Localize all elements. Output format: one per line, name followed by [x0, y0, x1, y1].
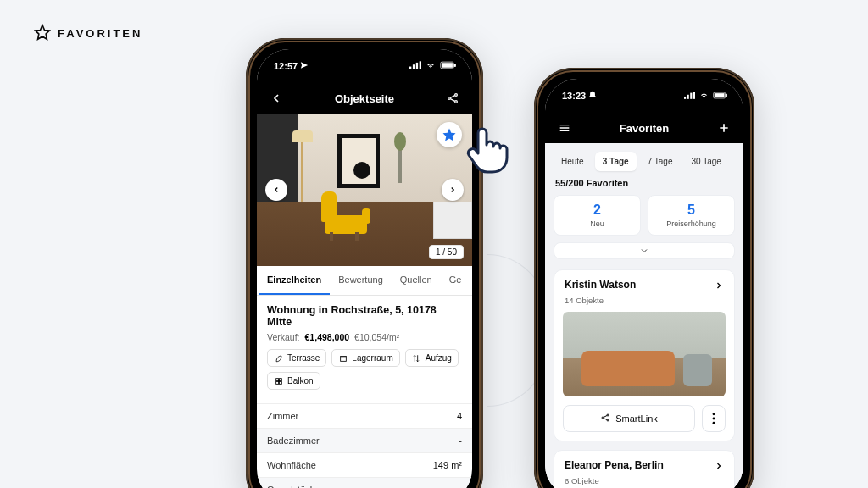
tab-einzelheiten[interactable]: Einzelheiten	[259, 266, 330, 295]
hero-prev-button[interactable]	[265, 179, 287, 201]
svg-rect-26	[715, 93, 724, 97]
filter-30tage[interactable]: 30 Tage	[683, 152, 728, 171]
svg-point-32	[602, 417, 604, 419]
tab-bewertung[interactable]: Bewertung	[330, 266, 392, 295]
svg-rect-21	[687, 95, 689, 99]
page-header: FAVORITEN	[34, 24, 142, 43]
phone-left: 12:57 Objektseite	[246, 38, 483, 488]
listing-title: Wohnung in Rochstraße, 5, 10178 Mitte	[267, 304, 462, 328]
card-subtitle: 6 Objekte	[554, 476, 734, 488]
card-name: Kristin Watson	[565, 279, 636, 291]
svg-rect-17	[279, 378, 281, 380]
specs-table: Zimmer4 Badezimmer- Wohnfläche149 m² Gru…	[257, 403, 472, 488]
stat-preiserhoehung[interactable]: 5 Preiserhöhung	[648, 195, 735, 236]
favorite-card[interactable]: Kristin Watson 14 Objekte SmartLink	[554, 269, 735, 441]
svg-point-10	[455, 101, 458, 103]
svg-line-36	[604, 419, 607, 420]
feature-chips: Terrasse Lagerraum Aufzug Balkon	[267, 349, 462, 390]
status-time: 13:23	[562, 91, 586, 101]
stat-neu[interactable]: 2 Neu	[554, 195, 641, 236]
alarm-icon	[588, 91, 597, 101]
pointer-hand-icon	[458, 123, 512, 177]
signal-icon	[409, 61, 421, 71]
listing-hero-image[interactable]: 1 / 50	[257, 114, 472, 266]
add-button[interactable]	[716, 120, 732, 136]
svg-point-8	[448, 97, 451, 100]
svg-rect-3	[416, 63, 418, 69]
signal-icon	[684, 91, 695, 101]
svg-point-37	[713, 413, 715, 415]
phone-notch	[604, 72, 685, 92]
filter-7tage[interactable]: 7 Tage	[640, 152, 681, 171]
arrows-icon	[412, 353, 421, 363]
back-button[interactable]	[269, 91, 284, 106]
svg-marker-13	[443, 129, 456, 141]
price-value: €1,498,000	[305, 332, 350, 342]
svg-rect-20	[684, 97, 686, 99]
leaf-icon	[274, 353, 283, 363]
wifi-icon	[698, 91, 709, 101]
card-name: Eleanor Pena, Berlin	[565, 459, 664, 474]
grid-icon	[274, 376, 283, 385]
svg-rect-18	[275, 381, 278, 384]
nav-header: Favoriten	[545, 113, 743, 143]
svg-rect-22	[690, 93, 692, 99]
svg-line-12	[450, 99, 454, 102]
status-time: 12:57	[274, 61, 298, 71]
svg-rect-14	[341, 356, 347, 361]
svg-point-38	[713, 418, 715, 420]
hero-next-button[interactable]	[442, 179, 464, 201]
nav-header: Objektseite	[257, 83, 472, 114]
time-filter-tabs: Heute 3 Tage 7 Tage 30 Tage	[545, 143, 743, 178]
svg-rect-2	[413, 64, 415, 69]
price-label: Verkauf:	[267, 332, 300, 342]
filter-3tage[interactable]: 3 Tage	[595, 152, 637, 171]
chevron-right-icon	[714, 459, 724, 474]
menu-button[interactable]	[557, 120, 572, 136]
svg-marker-0	[36, 25, 50, 40]
location-icon	[300, 61, 309, 71]
phone-right: 13:23 Favoriten Heute 3 Tage 7 Tage	[534, 68, 754, 488]
svg-rect-6	[454, 64, 456, 66]
chip-terrasse: Terrasse	[267, 349, 326, 367]
nav-title: Objektseite	[335, 92, 394, 105]
svg-rect-25	[726, 94, 726, 97]
svg-line-35	[604, 416, 607, 418]
phone-notch	[325, 42, 405, 63]
chip-aufzug: Aufzug	[405, 349, 459, 367]
smartlink-button[interactable]: SmartLink	[563, 405, 695, 432]
stat-cards: 2 Neu 5 Preiserhöhung	[545, 195, 743, 236]
svg-point-34	[607, 419, 609, 421]
spec-row: Zimmer4	[257, 403, 472, 428]
svg-rect-19	[279, 381, 281, 384]
card-subtitle: 14 Objekte	[554, 296, 734, 312]
battery-icon	[713, 91, 728, 101]
svg-line-11	[450, 96, 454, 98]
expand-button[interactable]	[554, 242, 735, 259]
svg-rect-16	[275, 378, 278, 380]
svg-point-9	[455, 94, 458, 97]
card-menu-button[interactable]	[702, 405, 726, 432]
svg-rect-23	[693, 92, 695, 99]
spec-row: Wohnfläche149 m²	[257, 452, 472, 477]
star-icon	[34, 24, 51, 43]
svg-point-33	[607, 414, 609, 416]
detail-tabs: Einzelheiten Bewertung Quellen Ge	[257, 266, 472, 296]
tab-more[interactable]: Ge	[441, 266, 470, 295]
svg-rect-7	[442, 64, 452, 68]
filter-heute[interactable]: Heute	[554, 152, 592, 171]
box-icon	[338, 353, 348, 363]
card-image	[563, 312, 726, 396]
share-button[interactable]	[445, 91, 460, 106]
chip-balkon: Balkon	[267, 372, 320, 390]
svg-rect-1	[409, 67, 411, 69]
listing-summary: Wohnung in Rochstraße, 5, 10178 Mitte Ve…	[257, 296, 472, 396]
nav-title: Favoriten	[620, 122, 670, 135]
price-per-sqm: €10,054/m²	[354, 332, 399, 342]
tab-quellen[interactable]: Quellen	[392, 266, 441, 295]
battery-icon	[440, 61, 457, 71]
hero-counter: 1 / 50	[429, 245, 464, 259]
favorite-card[interactable]: Eleanor Pena, Berlin 6 Objekte	[554, 450, 735, 488]
svg-rect-4	[420, 61, 421, 69]
wifi-icon	[425, 61, 437, 71]
